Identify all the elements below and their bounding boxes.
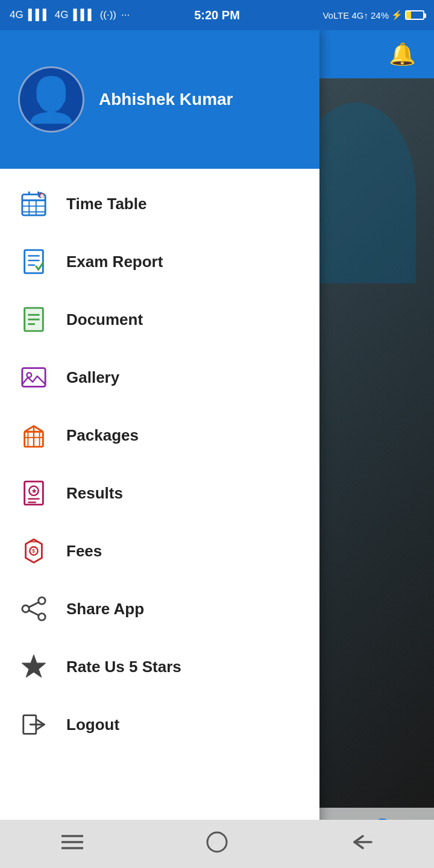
bottom-navigation xyxy=(0,820,434,868)
menu-item-results[interactable]: ★ Results xyxy=(0,464,319,522)
user-name: Abhishek Kumar xyxy=(99,90,233,109)
drawer-header: 👤 Abhishek Kumar xyxy=(0,30,319,169)
menu-nav-button[interactable] xyxy=(43,828,101,861)
svg-rect-10 xyxy=(25,250,43,273)
home-nav-button[interactable] xyxy=(188,825,246,863)
signal-4g-2: 4G xyxy=(55,9,69,21)
svg-point-34 xyxy=(39,614,46,620)
exam-report-label: Exam Report xyxy=(66,253,163,271)
svg-line-36 xyxy=(29,602,38,607)
signal-bars-1: ▌▌▌ xyxy=(28,9,50,21)
menu-item-time-table[interactable]: ⏰ Time Table xyxy=(0,175,319,233)
document-icon xyxy=(18,304,49,335)
svg-point-19 xyxy=(27,373,32,377)
avatar: 👤 xyxy=(18,66,84,133)
signal-4g-1: 4G xyxy=(10,9,24,21)
logout-label: Logout xyxy=(66,715,119,734)
battery-icon xyxy=(405,10,424,20)
svg-marker-38 xyxy=(22,655,45,677)
packages-icon xyxy=(18,420,49,451)
menu-item-gallery[interactable]: Gallery xyxy=(0,348,319,406)
avatar-icon: 👤 xyxy=(24,74,78,125)
menu-item-packages[interactable]: Packages xyxy=(0,406,319,464)
main-container: 🔔 👤 Profile 👤 Abhishek Kumar xyxy=(0,30,434,868)
svg-point-33 xyxy=(39,597,46,605)
menu-item-rate-us[interactable]: Rate Us 5 Stars xyxy=(0,638,319,696)
svg-text:$: $ xyxy=(32,548,35,554)
share-app-label: Share App xyxy=(66,600,144,618)
charging-icon: ⚡ xyxy=(391,10,403,20)
share-app-icon xyxy=(18,593,49,624)
rate-us-icon xyxy=(18,651,49,682)
navigation-drawer: 👤 Abhishek Kumar xyxy=(0,30,319,868)
svg-rect-18 xyxy=(22,368,45,387)
dots-icon: ··· xyxy=(121,9,130,21)
svg-point-44 xyxy=(207,832,227,852)
status-left: 4G ▌▌▌ 4G ▌▌▌ ((·)) ··· xyxy=(10,9,130,21)
menu-item-document[interactable]: Document xyxy=(0,291,319,348)
svg-text:⏰: ⏰ xyxy=(39,192,45,198)
menu-item-share-app[interactable]: Share App xyxy=(0,580,319,638)
results-label: Results xyxy=(66,484,123,503)
rate-us-label: Rate Us 5 Stars xyxy=(66,658,181,676)
fees-icon: $ xyxy=(18,535,49,567)
svg-point-35 xyxy=(22,605,30,612)
menu-item-exam-report[interactable]: Exam Report xyxy=(0,233,319,291)
results-icon: ★ xyxy=(18,477,49,509)
menu-item-logout[interactable]: Logout xyxy=(0,696,319,753)
gallery-icon xyxy=(18,362,49,393)
status-bar: 4G ▌▌▌ 4G ▌▌▌ ((·)) ··· 5:20 PM VoLTE 4G… xyxy=(0,0,434,30)
document-label: Document xyxy=(66,310,143,329)
battery-percent: 24% xyxy=(371,10,389,20)
svg-text:★: ★ xyxy=(31,488,37,494)
time-table-label: Time Table xyxy=(66,195,146,213)
fees-label: Fees xyxy=(66,542,102,561)
network-type: VoLTE 4G↑ xyxy=(322,10,368,20)
status-right: VoLTE 4G↑ 24% ⚡ xyxy=(322,10,424,20)
call-icon: ((·)) xyxy=(100,9,116,21)
menu-item-fees[interactable]: $ Fees xyxy=(0,522,319,580)
svg-line-37 xyxy=(29,611,38,615)
time-table-icon: ⏰ xyxy=(18,188,49,219)
packages-label: Packages xyxy=(66,426,139,445)
signal-bars-2: ▌▌▌ xyxy=(74,9,95,21)
logout-icon xyxy=(18,709,49,740)
drawer-menu: ⏰ Time Table Exam Report xyxy=(0,169,319,868)
gallery-label: Gallery xyxy=(66,368,119,387)
status-time: 5:20 PM xyxy=(194,8,240,22)
notification-bell-icon[interactable]: 🔔 xyxy=(389,42,416,67)
exam-report-icon xyxy=(18,246,49,277)
back-nav-button[interactable] xyxy=(333,828,391,861)
